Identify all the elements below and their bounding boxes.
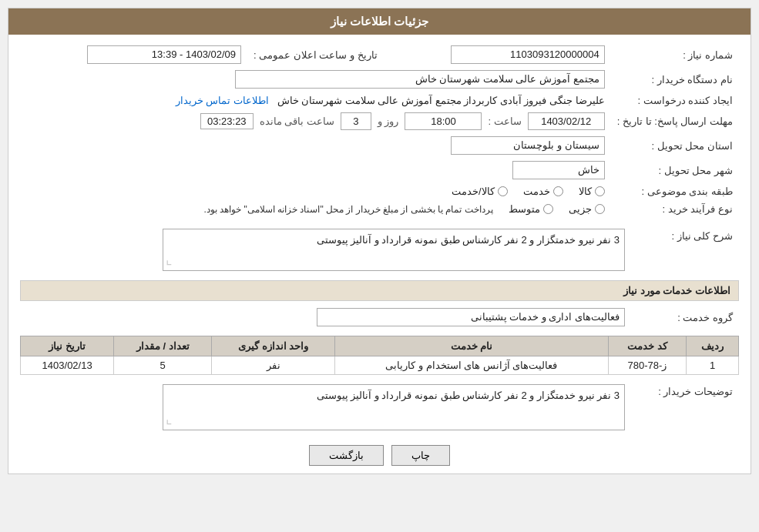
- remaining-label: ساعت باقی مانده: [260, 115, 334, 127]
- province-label: استان محل تحویل :: [611, 133, 739, 158]
- row-city: شهر محل تحویل : خاش: [20, 158, 739, 182]
- info-table: شماره نیاز : 1103093120000004 تاریخ و سا…: [20, 42, 739, 218]
- creator-value: علیرضا جنگی فیروز آبادی کاربرداز مجتمع آ…: [277, 95, 605, 106]
- category-option-khedmat[interactable]: خدمت: [523, 186, 563, 197]
- buyer-note-value: 3 نفر نیرو خدمتگزار و 2 نفر کارشناس طبق …: [317, 390, 620, 401]
- radio-jozi-label: جزیی: [569, 203, 592, 215]
- main-panel: جزئیات اطلاعات نیاز شماره نیاز : 1103093…: [8, 8, 751, 474]
- row-service-group: گروه خدمت : فعالیت‌های اداری و خدمات پشت…: [20, 305, 739, 330]
- deadline-days-label: روز و: [378, 115, 399, 127]
- row-purchase-type: نوع فرآیند خرید : جزیی متوسط پرداخت: [20, 200, 739, 218]
- creator-link[interactable]: اطلاعات تماس خریدار: [176, 95, 269, 106]
- province-value: سیستان و بلوچستان: [451, 136, 605, 155]
- radio-kala-label: کالا: [579, 186, 592, 197]
- panel-body: شماره نیاز : 1103093120000004 تاریخ و سا…: [8, 35, 751, 473]
- category-option-kala-khedmat[interactable]: کالا/خدمت: [452, 186, 508, 197]
- service-table-body: 1 ز-78-780 فعالیت‌های آژانس های استخدام …: [21, 356, 739, 375]
- service-group-label: گروه خدمت :: [631, 305, 739, 330]
- row-creator: ایجاد کننده درخواست : علیرضا جنگی فیروز …: [20, 92, 739, 109]
- cell-row: 1: [687, 356, 739, 375]
- col-date: تاریخ نیاز: [21, 336, 114, 356]
- purchase-type-motevaset[interactable]: متوسط: [509, 203, 553, 215]
- cell-code: ز-78-780: [608, 356, 686, 375]
- row-description: شرح کلی نیاز : 3 نفر نیرو خدمتگزار و 2 ن…: [20, 226, 739, 274]
- deadline-label: مهلت ارسال پاسخ: تا تاریخ :: [611, 109, 739, 133]
- resize-handle-icon: ⌞: [166, 251, 172, 268]
- service-table-header-row: ردیف کد خدمت نام خدمت واحد اندازه گیری ت…: [21, 336, 739, 356]
- panel-header: جزئیات اطلاعات نیاز: [8, 8, 751, 35]
- description-box: 3 نفر نیرو خدمتگزار و 2 نفر کارشناس طبق …: [163, 229, 625, 271]
- city-label: شهر محل تحویل :: [611, 158, 739, 182]
- purchase-type-note: پرداخت تمام یا بخشی از مبلغ خریدار از مح…: [204, 204, 493, 215]
- description-table: شرح کلی نیاز : 3 نفر نیرو خدمتگزار و 2 ن…: [20, 226, 739, 274]
- services-section-title: اطلاعات خدمات مورد نیاز: [20, 280, 739, 301]
- purchase-type-radio-group: جزیی متوسط پرداخت تمام یا بخشی از مبلغ خ…: [26, 203, 605, 215]
- creator-label: ایجاد کننده درخواست :: [611, 92, 739, 109]
- col-code: کد خدمت: [608, 336, 686, 356]
- deadline-time-label: ساعت :: [488, 115, 521, 127]
- table-row: 1 ز-78-780 فعالیت‌های آژانس های استخدام …: [21, 356, 739, 375]
- print-button[interactable]: چاپ: [391, 445, 450, 466]
- need-number-value: 1103093120000004: [451, 45, 605, 64]
- buyer-org-label: نام دستگاه خریدار :: [611, 67, 739, 92]
- deadline-time: 18:00: [405, 112, 482, 130]
- panel-title: جزئیات اطلاعات نیاز: [331, 15, 428, 28]
- cell-name: فعالیت‌های آژانس های استخدام و کاریابی: [335, 356, 609, 375]
- category-radio-group: کالا خدمت کالا/خدمت: [26, 186, 605, 197]
- cell-quantity: 5: [114, 356, 212, 375]
- button-row: چاپ بازگشت: [20, 445, 739, 466]
- purchase-type-label: نوع فرآیند خرید :: [611, 200, 739, 218]
- deadline-row: 1403/02/12 ساعت : 18:00 روز و 3 ساعت باق…: [26, 112, 605, 130]
- need-number-label: شماره نیاز :: [611, 42, 739, 67]
- category-option-kala[interactable]: کالا: [579, 186, 605, 197]
- buyer-org-value: مجتمع آموزش عالی سلامت شهرستان خاش: [235, 70, 605, 89]
- service-items-table: ردیف کد خدمت نام خدمت واحد اندازه گیری ت…: [20, 336, 739, 375]
- resize-handle2-icon: ⌞: [166, 410, 172, 427]
- announcement-value: 1403/02/09 - 13:39: [87, 45, 241, 64]
- row-need-number: شماره نیاز : 1103093120000004 تاریخ و سا…: [20, 42, 739, 67]
- service-table-head: ردیف کد خدمت نام خدمت واحد اندازه گیری ت…: [21, 336, 739, 356]
- row-category: طبقه بندی موضوعی : کالا خدمت: [20, 182, 739, 200]
- row-province: استان محل تحویل : سیستان و بلوچستان: [20, 133, 739, 158]
- row-buyer-note: توضیحات خریدار : 3 نفر نیرو خدمتگزار و 2…: [20, 381, 739, 433]
- buyer-note-box: 3 نفر نیرو خدمتگزار و 2 نفر کارشناس طبق …: [163, 384, 625, 430]
- category-label: طبقه بندی موضوعی :: [611, 182, 739, 200]
- radio-khedmat-icon: [553, 186, 563, 196]
- col-name: نام خدمت: [335, 336, 609, 356]
- deadline-date: 1403/02/12: [528, 112, 605, 130]
- buyer-note-table: توضیحات خریدار : 3 نفر نیرو خدمتگزار و 2…: [20, 381, 739, 433]
- radio-kala-khedmat-label: کالا/خدمت: [452, 186, 495, 197]
- radio-motevaset-label: متوسط: [509, 203, 540, 215]
- col-unit: واحد اندازه گیری: [212, 336, 335, 356]
- buyer-note-label: توضیحات خریدار :: [631, 381, 739, 433]
- radio-khedmat-label: خدمت: [523, 186, 550, 197]
- remaining-time: 03:23:23: [200, 113, 254, 129]
- back-button[interactable]: بازگشت: [309, 445, 384, 466]
- radio-motevaset-icon: [543, 204, 553, 214]
- cell-unit: نفر: [212, 356, 335, 375]
- service-group-table: گروه خدمت : فعالیت‌های اداری و خدمات پشت…: [20, 305, 739, 330]
- city-value: خاش: [512, 161, 605, 179]
- col-quantity: تعداد / مقدار: [114, 336, 212, 356]
- description-value: 3 نفر نیرو خدمتگزار و 2 نفر کارشناس طبق …: [317, 234, 620, 246]
- row-buyer-org: نام دستگاه خریدار : مجتمع آموزش عالی سلا…: [20, 67, 739, 92]
- purchase-type-jozi[interactable]: جزیی: [569, 203, 605, 215]
- radio-kala-khedmat-icon: [498, 186, 508, 196]
- col-row: ردیف: [687, 336, 739, 356]
- radio-kala-icon: [595, 186, 605, 196]
- page-container: جزئیات اطلاعات نیاز شماره نیاز : 1103093…: [0, 0, 759, 532]
- announcement-label: تاریخ و ساعت اعلان عمومی :: [247, 42, 384, 67]
- service-group-value: فعالیت‌های اداری و خدمات پشتیبانی: [317, 308, 625, 326]
- deadline-days: 3: [341, 112, 371, 130]
- radio-jozi-icon: [595, 204, 605, 214]
- cell-date: 1403/02/13: [21, 356, 114, 375]
- description-label: شرح کلی نیاز :: [631, 226, 739, 274]
- row-deadline: مهلت ارسال پاسخ: تا تاریخ : 1403/02/12 س…: [20, 109, 739, 133]
